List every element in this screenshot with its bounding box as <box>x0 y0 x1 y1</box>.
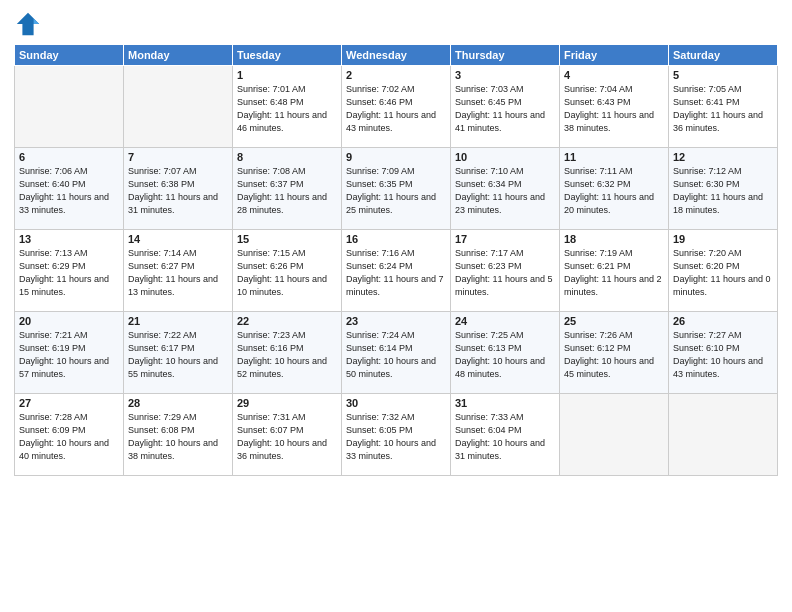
logo <box>14 10 44 38</box>
calendar-cell: 30Sunrise: 7:32 AM Sunset: 6:05 PM Dayli… <box>342 394 451 476</box>
day-info: Sunrise: 7:32 AM Sunset: 6:05 PM Dayligh… <box>346 411 446 463</box>
day-info: Sunrise: 7:06 AM Sunset: 6:40 PM Dayligh… <box>19 165 119 217</box>
day-number: 21 <box>128 315 228 327</box>
calendar-week-2: 6Sunrise: 7:06 AM Sunset: 6:40 PM Daylig… <box>15 148 778 230</box>
day-number: 13 <box>19 233 119 245</box>
weekday-header-thursday: Thursday <box>451 45 560 66</box>
calendar-cell: 25Sunrise: 7:26 AM Sunset: 6:12 PM Dayli… <box>560 312 669 394</box>
day-info: Sunrise: 7:09 AM Sunset: 6:35 PM Dayligh… <box>346 165 446 217</box>
day-info: Sunrise: 7:14 AM Sunset: 6:27 PM Dayligh… <box>128 247 228 299</box>
calendar-cell <box>15 66 124 148</box>
day-number: 12 <box>673 151 773 163</box>
day-number: 19 <box>673 233 773 245</box>
calendar-week-4: 20Sunrise: 7:21 AM Sunset: 6:19 PM Dayli… <box>15 312 778 394</box>
day-info: Sunrise: 7:04 AM Sunset: 6:43 PM Dayligh… <box>564 83 664 135</box>
day-number: 10 <box>455 151 555 163</box>
calendar-cell: 20Sunrise: 7:21 AM Sunset: 6:19 PM Dayli… <box>15 312 124 394</box>
calendar-cell <box>669 394 778 476</box>
calendar-cell: 19Sunrise: 7:20 AM Sunset: 6:20 PM Dayli… <box>669 230 778 312</box>
calendar-cell: 12Sunrise: 7:12 AM Sunset: 6:30 PM Dayli… <box>669 148 778 230</box>
calendar-cell: 22Sunrise: 7:23 AM Sunset: 6:16 PM Dayli… <box>233 312 342 394</box>
calendar-cell: 27Sunrise: 7:28 AM Sunset: 6:09 PM Dayli… <box>15 394 124 476</box>
day-number: 22 <box>237 315 337 327</box>
calendar-cell: 13Sunrise: 7:13 AM Sunset: 6:29 PM Dayli… <box>15 230 124 312</box>
calendar-cell: 2Sunrise: 7:02 AM Sunset: 6:46 PM Daylig… <box>342 66 451 148</box>
day-info: Sunrise: 7:11 AM Sunset: 6:32 PM Dayligh… <box>564 165 664 217</box>
calendar-cell: 28Sunrise: 7:29 AM Sunset: 6:08 PM Dayli… <box>124 394 233 476</box>
day-number: 18 <box>564 233 664 245</box>
day-info: Sunrise: 7:24 AM Sunset: 6:14 PM Dayligh… <box>346 329 446 381</box>
day-number: 20 <box>19 315 119 327</box>
day-info: Sunrise: 7:28 AM Sunset: 6:09 PM Dayligh… <box>19 411 119 463</box>
weekday-header-friday: Friday <box>560 45 669 66</box>
day-info: Sunrise: 7:01 AM Sunset: 6:48 PM Dayligh… <box>237 83 337 135</box>
calendar: SundayMondayTuesdayWednesdayThursdayFrid… <box>14 44 778 476</box>
day-number: 14 <box>128 233 228 245</box>
calendar-cell: 23Sunrise: 7:24 AM Sunset: 6:14 PM Dayli… <box>342 312 451 394</box>
header <box>14 10 778 38</box>
day-number: 29 <box>237 397 337 409</box>
calendar-cell: 31Sunrise: 7:33 AM Sunset: 6:04 PM Dayli… <box>451 394 560 476</box>
calendar-cell <box>560 394 669 476</box>
day-info: Sunrise: 7:15 AM Sunset: 6:26 PM Dayligh… <box>237 247 337 299</box>
calendar-cell: 4Sunrise: 7:04 AM Sunset: 6:43 PM Daylig… <box>560 66 669 148</box>
day-info: Sunrise: 7:29 AM Sunset: 6:08 PM Dayligh… <box>128 411 228 463</box>
calendar-cell: 17Sunrise: 7:17 AM Sunset: 6:23 PM Dayli… <box>451 230 560 312</box>
calendar-cell: 24Sunrise: 7:25 AM Sunset: 6:13 PM Dayli… <box>451 312 560 394</box>
weekday-header-monday: Monday <box>124 45 233 66</box>
day-number: 24 <box>455 315 555 327</box>
day-number: 8 <box>237 151 337 163</box>
day-number: 16 <box>346 233 446 245</box>
weekday-header-wednesday: Wednesday <box>342 45 451 66</box>
day-info: Sunrise: 7:16 AM Sunset: 6:24 PM Dayligh… <box>346 247 446 299</box>
day-info: Sunrise: 7:33 AM Sunset: 6:04 PM Dayligh… <box>455 411 555 463</box>
day-info: Sunrise: 7:21 AM Sunset: 6:19 PM Dayligh… <box>19 329 119 381</box>
calendar-cell <box>124 66 233 148</box>
calendar-cell: 7Sunrise: 7:07 AM Sunset: 6:38 PM Daylig… <box>124 148 233 230</box>
weekday-header-saturday: Saturday <box>669 45 778 66</box>
day-number: 7 <box>128 151 228 163</box>
day-number: 6 <box>19 151 119 163</box>
day-info: Sunrise: 7:20 AM Sunset: 6:20 PM Dayligh… <box>673 247 773 299</box>
day-info: Sunrise: 7:08 AM Sunset: 6:37 PM Dayligh… <box>237 165 337 217</box>
calendar-header-row: SundayMondayTuesdayWednesdayThursdayFrid… <box>15 45 778 66</box>
calendar-cell: 21Sunrise: 7:22 AM Sunset: 6:17 PM Dayli… <box>124 312 233 394</box>
day-number: 26 <box>673 315 773 327</box>
day-number: 25 <box>564 315 664 327</box>
day-info: Sunrise: 7:02 AM Sunset: 6:46 PM Dayligh… <box>346 83 446 135</box>
day-info: Sunrise: 7:13 AM Sunset: 6:29 PM Dayligh… <box>19 247 119 299</box>
day-info: Sunrise: 7:23 AM Sunset: 6:16 PM Dayligh… <box>237 329 337 381</box>
day-info: Sunrise: 7:07 AM Sunset: 6:38 PM Dayligh… <box>128 165 228 217</box>
day-number: 27 <box>19 397 119 409</box>
calendar-cell: 10Sunrise: 7:10 AM Sunset: 6:34 PM Dayli… <box>451 148 560 230</box>
day-number: 28 <box>128 397 228 409</box>
svg-marker-2 <box>34 18 40 24</box>
day-info: Sunrise: 7:10 AM Sunset: 6:34 PM Dayligh… <box>455 165 555 217</box>
calendar-cell: 1Sunrise: 7:01 AM Sunset: 6:48 PM Daylig… <box>233 66 342 148</box>
calendar-week-5: 27Sunrise: 7:28 AM Sunset: 6:09 PM Dayli… <box>15 394 778 476</box>
day-number: 4 <box>564 69 664 81</box>
day-number: 23 <box>346 315 446 327</box>
calendar-cell: 16Sunrise: 7:16 AM Sunset: 6:24 PM Dayli… <box>342 230 451 312</box>
calendar-cell: 26Sunrise: 7:27 AM Sunset: 6:10 PM Dayli… <box>669 312 778 394</box>
day-number: 31 <box>455 397 555 409</box>
day-info: Sunrise: 7:05 AM Sunset: 6:41 PM Dayligh… <box>673 83 773 135</box>
day-number: 2 <box>346 69 446 81</box>
day-number: 11 <box>564 151 664 163</box>
day-info: Sunrise: 7:26 AM Sunset: 6:12 PM Dayligh… <box>564 329 664 381</box>
calendar-cell: 6Sunrise: 7:06 AM Sunset: 6:40 PM Daylig… <box>15 148 124 230</box>
day-info: Sunrise: 7:19 AM Sunset: 6:21 PM Dayligh… <box>564 247 664 299</box>
day-number: 15 <box>237 233 337 245</box>
calendar-cell: 15Sunrise: 7:15 AM Sunset: 6:26 PM Dayli… <box>233 230 342 312</box>
calendar-cell: 9Sunrise: 7:09 AM Sunset: 6:35 PM Daylig… <box>342 148 451 230</box>
calendar-week-3: 13Sunrise: 7:13 AM Sunset: 6:29 PM Dayli… <box>15 230 778 312</box>
calendar-cell: 5Sunrise: 7:05 AM Sunset: 6:41 PM Daylig… <box>669 66 778 148</box>
calendar-cell: 14Sunrise: 7:14 AM Sunset: 6:27 PM Dayli… <box>124 230 233 312</box>
day-info: Sunrise: 7:25 AM Sunset: 6:13 PM Dayligh… <box>455 329 555 381</box>
calendar-cell: 11Sunrise: 7:11 AM Sunset: 6:32 PM Dayli… <box>560 148 669 230</box>
day-number: 3 <box>455 69 555 81</box>
day-info: Sunrise: 7:12 AM Sunset: 6:30 PM Dayligh… <box>673 165 773 217</box>
logo-icon <box>14 10 42 38</box>
calendar-cell: 29Sunrise: 7:31 AM Sunset: 6:07 PM Dayli… <box>233 394 342 476</box>
day-number: 17 <box>455 233 555 245</box>
